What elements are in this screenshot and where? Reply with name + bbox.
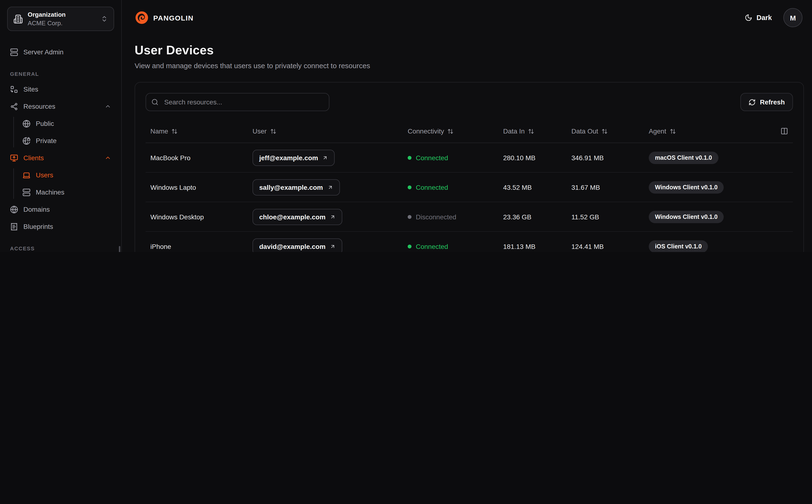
globe-icon [22,119,31,128]
status-dot [408,185,411,189]
user-link-button[interactable]: david@example.com [253,238,342,252]
avatar-initial: M [790,14,796,22]
sidebar-item-label: Machines [36,188,64,196]
globe-lock-icon [22,137,31,145]
sidebar-scrollbar-thumb[interactable] [119,246,120,252]
search-input[interactable] [145,93,329,111]
sort-icon [528,128,534,134]
org-switcher-title: Organization [28,10,96,19]
connectivity-status: Connected [408,183,503,191]
sidebar-item-label: Users [36,171,53,179]
section-label-access: ACCESS [10,246,114,251]
clients-subnav: Users Machines [13,166,114,201]
pangolin-logo-icon [135,10,149,25]
table-header-row: Name User Connectivity Data In [145,120,793,143]
sidebar-item-label: Domains [23,206,50,213]
table-toolbar: Refresh [145,93,793,111]
resources-icon [10,102,18,110]
status-dot [408,156,411,159]
laptop-icon [22,171,31,179]
column-header-name[interactable]: Name [150,127,253,135]
column-header-agent[interactable]: Agent [649,127,769,135]
data-out: 31.67 MB [571,183,649,191]
sites-icon [10,85,18,93]
org-switcher-value: ACME Corp. [28,19,96,27]
org-switcher[interactable]: Organization ACME Corp. [7,7,114,31]
chevron-up-icon [104,103,111,110]
receipt-icon [10,222,18,231]
table-row: Windows Desktop chloe@example.com Discon… [145,202,793,232]
data-in: 280.10 MB [503,154,571,161]
agent-badge: Windows Client v0.1.0 [649,181,724,193]
sidebar-item-label: Sites [23,85,38,93]
arrow-up-right-icon [330,214,336,220]
sidebar-nav: Server Admin GENERAL Sites Resources Pub… [7,43,114,252]
top-right-controls: Dark M [742,8,803,27]
server-icon [22,188,31,196]
arrow-up-right-icon [330,243,336,249]
user-link-button[interactable]: chloe@example.com [253,209,342,225]
devices-table: Name User Connectivity Data In [145,120,793,252]
status-dot [408,215,411,219]
server-icon [10,48,18,56]
data-out: 11.52 GB [571,213,649,221]
connectivity-status: Connected [408,154,503,161]
theme-toggle[interactable]: Dark [742,13,775,22]
sidebar-item-server-admin[interactable]: Server Admin [7,43,114,61]
sidebar-item-domains[interactable]: Domains [7,201,114,218]
sort-icon [270,128,276,134]
sidebar-item-label: Resources [23,103,55,110]
agent-badge: Windows Client v0.1.0 [649,211,724,223]
data-out: 124.41 MB [571,242,649,250]
data-out: 346.91 MB [571,154,649,161]
column-header-data-out[interactable]: Data Out [571,127,649,135]
page-header: User Devices View and manage devices tha… [122,35,812,70]
sidebar-item-private[interactable]: Private [20,132,114,149]
sidebar: Organization ACME Corp. Server Admin GEN… [0,0,122,252]
search-icon [151,98,158,106]
sidebar-item-clients-users[interactable]: Users [20,166,114,184]
column-header-connectivity[interactable]: Connectivity [408,127,503,135]
section-label-general: GENERAL [10,71,114,77]
sidebar-item-blueprints[interactable]: Blueprints [7,218,114,235]
columns-toggle-button[interactable] [769,127,788,135]
sort-icon [171,128,178,134]
building-icon [13,14,23,24]
table-row: Windows Lapto sally@example.com Connecte… [145,173,793,202]
columns-icon [781,127,788,135]
status-dot [408,244,411,248]
table-row: iPhone david@example.com Connected 181.1… [145,232,793,252]
monitor-up-icon [10,154,18,162]
data-in: 23.36 GB [503,213,571,221]
chevrons-up-down-icon [101,15,108,22]
device-name: Windows Lapto [150,183,253,191]
brand[interactable]: PANGOLIN [135,10,193,25]
data-in: 43.52 MB [503,183,571,191]
refresh-icon [749,98,756,106]
refresh-button[interactable]: Refresh [740,93,793,111]
sort-icon [670,128,676,134]
page-subtitle: View and manage devices that users use t… [135,62,799,70]
sidebar-item-clients[interactable]: Clients [7,149,114,166]
device-name: Windows Desktop [150,213,253,221]
avatar[interactable]: M [783,8,802,27]
brand-name: PANGOLIN [153,14,193,22]
sidebar-item-label: Blueprints [23,223,53,230]
sidebar-item-public[interactable]: Public [20,115,114,132]
data-in: 181.13 MB [503,242,571,250]
column-header-data-in[interactable]: Data In [503,127,571,135]
search-wrap [145,93,329,111]
devices-card: Refresh Name User Connectivity [135,82,804,252]
user-link-button[interactable]: jeff@example.com [253,149,335,166]
theme-label: Dark [757,14,772,21]
sidebar-item-label: Public [36,120,54,127]
device-name: iPhone [150,242,253,250]
top-bar: PANGOLIN Dark M [122,0,812,35]
globe-icon [10,205,18,213]
connectivity-status: Disconnected [408,213,503,221]
sidebar-item-machines[interactable]: Machines [20,184,114,201]
sidebar-item-sites[interactable]: Sites [7,81,114,98]
column-header-user[interactable]: User [253,127,408,135]
sidebar-item-resources[interactable]: Resources [7,98,114,115]
user-link-button[interactable]: sally@example.com [253,179,340,195]
